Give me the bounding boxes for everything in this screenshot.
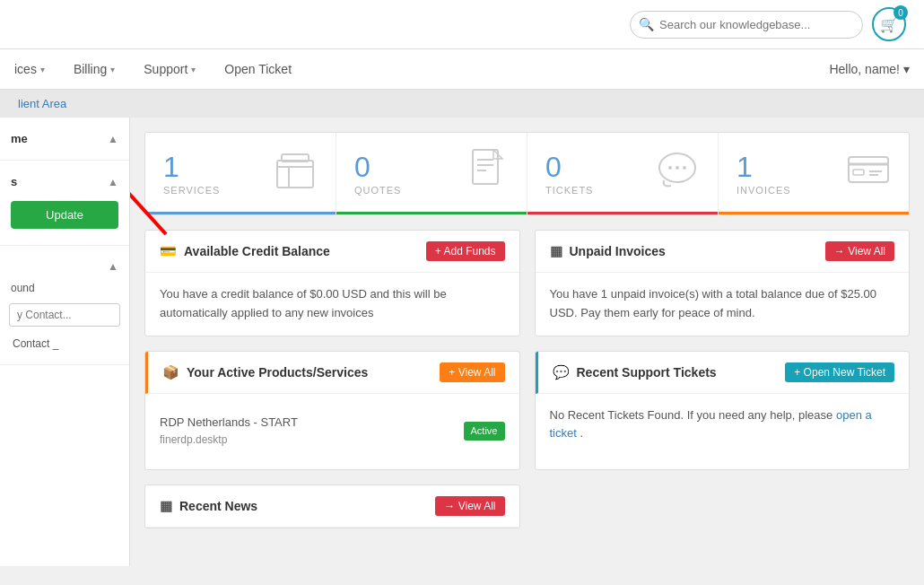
nav-left: ices ▾ Billing ▾ Support ▾ Open Ticket: [0, 49, 306, 89]
dashboard-row-1: 💳 Available Credit Balance + Add Funds Y…: [144, 230, 910, 336]
sidebar-found-text: ound: [0, 278, 129, 298]
credit-card-icon: [846, 152, 891, 196]
breadcrumb-bar: lient Area: [0, 90, 924, 118]
document-icon: [468, 147, 509, 200]
stat-underline-services: [145, 212, 336, 214]
nav-item-open-ticket[interactable]: Open Ticket: [210, 49, 306, 89]
nav-item-services[interactable]: ices ▾: [0, 49, 59, 89]
credit-balance-card: 💳 Available Credit Balance + Add Funds Y…: [144, 230, 520, 336]
chevron-down-icon: ▾: [110, 65, 115, 74]
stat-label-invoices: INVOICES: [737, 185, 791, 196]
credit-balance-header: 💳 Available Credit Balance + Add Funds: [145, 231, 519, 273]
dashboard-row-3: ▦ Recent News → View All: [144, 485, 910, 528]
stat-card-services: 1 SERVICES: [145, 133, 336, 214]
stat-label-quotes: QUOTES: [354, 185, 401, 196]
stat-label-tickets: TICKETS: [545, 185, 593, 196]
stat-card-invoices: 1 INVOICES: [719, 133, 909, 214]
chat-icon: [655, 148, 700, 199]
stat-number-quotes: 0: [354, 153, 401, 181]
invoice-icon: ▦: [550, 243, 562, 259]
open-new-ticket-button[interactable]: + Open New Ticket: [785, 362, 894, 382]
recent-news-header: ▦ Recent News → View All: [145, 485, 519, 528]
nav-item-billing[interactable]: Billing ▾: [59, 49, 129, 89]
support-tickets-title: Recent Support Tickets: [577, 365, 717, 380]
search-input[interactable]: [630, 11, 863, 39]
main-layout: me ▲ s ▲ Update ▲ ound Contact _: [0, 118, 924, 566]
credit-icon: 💳: [160, 243, 177, 259]
view-all-services-button[interactable]: + View All: [440, 362, 504, 382]
cart-button[interactable]: 🛒 0: [872, 7, 906, 41]
active-badge: Active: [464, 422, 505, 441]
view-all-news-button[interactable]: → View All: [435, 496, 504, 516]
content-area: 1 SERVICES 0 QUOTES: [130, 118, 924, 566]
product-name: RDP Netherlands - START: [160, 414, 298, 432]
chevron-down-icon: ▾: [40, 65, 45, 74]
search-container: 🔍: [630, 11, 863, 39]
nav-bar: ices ▾ Billing ▾ Support ▾ Open Ticket H…: [0, 49, 924, 90]
svg-point-13: [676, 166, 679, 170]
active-services-header: 📦 Your Active Products/Services + View A…: [145, 352, 519, 394]
contact-search-input[interactable]: [9, 303, 120, 327]
dashboard-row-2: 📦 Your Active Products/Services + View A…: [144, 351, 910, 470]
stat-card-quotes: 0 QUOTES: [336, 133, 527, 214]
nav-user-menu[interactable]: Hello, name! ▾: [815, 53, 924, 85]
unpaid-invoices-body: You have 1 unpaid invoice(s) with a tota…: [536, 273, 910, 336]
stat-number-services: 1: [163, 153, 220, 181]
recent-news-title: Recent News: [179, 499, 257, 513]
sidebar-section-header-3: ▲: [0, 255, 129, 278]
breadcrumb-link[interactable]: lient Area: [18, 97, 66, 110]
sidebar-section-header-2: s ▲: [0, 170, 129, 194]
unpaid-invoices-header: ▦ Unpaid Invoices → View All: [536, 231, 910, 273]
sidebar-section-title-1: me: [11, 132, 28, 145]
services-icon: 📦: [162, 364, 179, 380]
sidebar-section-header-1: me ▲: [0, 127, 129, 151]
credit-balance-title: Available Credit Balance: [184, 244, 330, 258]
stat-underline-tickets: [527, 212, 718, 214]
nav-item-support[interactable]: Support ▾: [129, 49, 210, 89]
svg-rect-17: [853, 170, 864, 175]
sidebar-section-1: me ▲: [0, 118, 129, 161]
sidebar-contact-item[interactable]: Contact _: [0, 332, 129, 355]
support-tickets-header: 💬 Recent Support Tickets + Open New Tick…: [536, 352, 910, 394]
chevron-up-icon-1[interactable]: ▲: [108, 133, 118, 145]
support-tickets-body: No Recent Tickets Found. If you need any…: [536, 394, 910, 457]
add-funds-button[interactable]: + Add Funds: [426, 241, 505, 261]
unpaid-invoices-title: Unpaid Invoices: [570, 244, 666, 258]
stats-row: 1 SERVICES 0 QUOTES: [144, 132, 910, 215]
cart-badge: 0: [893, 5, 908, 20]
svg-rect-2: [277, 161, 313, 188]
sidebar-section-title-2: s: [11, 175, 17, 188]
product-domain: finerdp.desktp: [160, 432, 298, 449]
support-tickets-card: 💬 Recent Support Tickets + Open New Tick…: [535, 351, 911, 470]
chevron-up-icon-3[interactable]: ▲: [108, 260, 118, 273]
sidebar: me ▲ s ▲ Update ▲ ound Contact _: [0, 118, 130, 566]
tickets-icon: 💬: [553, 364, 570, 380]
stat-underline-quotes: [336, 212, 527, 214]
stat-number-invoices: 1: [737, 153, 791, 181]
active-services-title: Your Active Products/Services: [187, 365, 368, 380]
credit-balance-body: You have a credit balance of $0.00 USD a…: [145, 273, 519, 336]
no-tickets-text: No Recent Tickets Found. If you need any…: [550, 408, 833, 422]
chevron-down-icon: ▾: [191, 65, 196, 74]
stat-number-tickets: 0: [545, 153, 593, 181]
sidebar-section-2: s ▲ Update: [0, 161, 129, 246]
chevron-down-icon: ▾: [903, 62, 910, 76]
search-icon: 🔍: [639, 17, 654, 31]
unpaid-invoices-card: ▦ Unpaid Invoices → View All You have 1 …: [535, 230, 911, 336]
sidebar-section-3: ▲ ound Contact _: [0, 246, 129, 365]
stat-card-tickets: 0 TICKETS: [527, 133, 719, 214]
active-services-card: 📦 Your Active Products/Services + View A…: [144, 351, 520, 470]
stat-label-services: SERVICES: [163, 185, 220, 196]
stat-underline-invoices: [719, 212, 909, 214]
recent-news-card: ▦ Recent News → View All: [144, 485, 520, 528]
link-suffix: .: [580, 426, 583, 440]
svg-point-12: [668, 166, 672, 170]
active-services-body: RDP Netherlands - START finerdp.desktp A…: [145, 394, 519, 469]
view-all-invoices-button[interactable]: → View All: [825, 241, 894, 261]
update-button[interactable]: Update: [11, 201, 118, 229]
product-row: RDP Netherlands - START finerdp.desktp A…: [160, 406, 505, 457]
svg-rect-6: [473, 150, 498, 184]
chevron-up-icon-2[interactable]: ▲: [108, 176, 118, 188]
news-icon: ▦: [160, 498, 172, 514]
box-icon: [273, 147, 318, 200]
